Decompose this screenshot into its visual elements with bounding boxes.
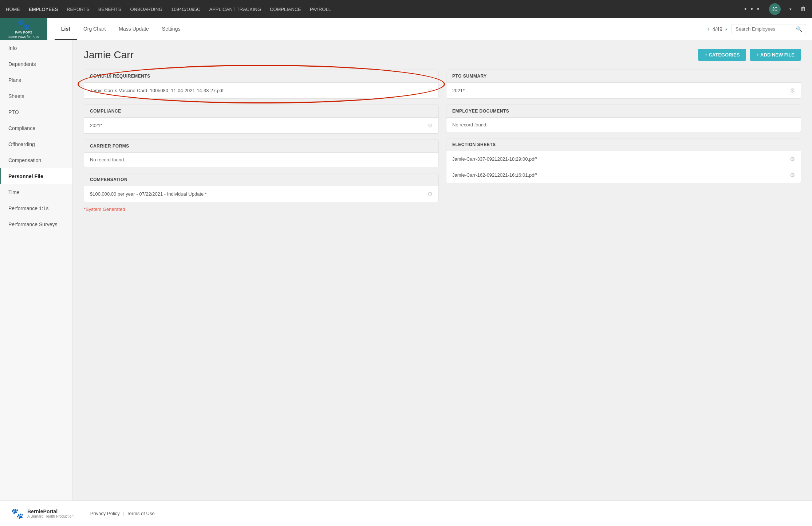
left-column: COVID-19 REQUIREMENTSJamie-Carr-s-Vaccin…	[84, 70, 439, 202]
section-header-covid: COVID-19 REQUIREMENTS	[84, 70, 438, 83]
sub-nav: 🐾 PAW POPS Some Paws for Pups ListOrg Ch…	[0, 18, 812, 40]
add-new-file-button[interactable]: + ADD NEW FILE	[750, 49, 801, 61]
section-header-carrier: CARRIER FORMS	[84, 140, 438, 153]
employee-name: Jamie Carr	[84, 49, 134, 61]
nav-item-payroll[interactable]: PAYROLL	[310, 7, 331, 12]
section-item: Jamie-Carr-337-09212021-18:29:00.pdf*⚙	[446, 151, 801, 167]
section-header-pto: PTO SUMMARY	[446, 70, 801, 83]
footer-links: Privacy Policy | Terms of Use	[90, 511, 155, 516]
sub-tab-org-chart[interactable]: Org Chart	[77, 19, 112, 40]
header-buttons: + CATEGORIES + ADD NEW FILE	[698, 49, 801, 61]
sidebar-item-performance-surveys[interactable]: Performance Surveys	[0, 216, 72, 232]
section-election-sheets: ELECTION SHEETSJamie-Carr-337-09212021-1…	[446, 138, 801, 183]
section-compensation: COMPENSATION$100,000.00 per year - 07/22…	[84, 173, 439, 202]
nav-item-reports[interactable]: REPORTS	[67, 7, 90, 12]
section-employee-docs: EMPLOYEE DOCUMENTSNo record found.	[446, 105, 801, 132]
footer-brand-name: BerniePortal	[27, 509, 74, 514]
section-item-text: Jamie-Carr-s-Vaccine-Card_1005080_11-04-…	[90, 88, 224, 93]
user-avatar[interactable]: JC	[769, 3, 781, 15]
employee-header: Jamie Carr + CATEGORIES + ADD NEW FILE	[84, 49, 801, 61]
footer-brand-sub: A Bernard Health Production	[27, 514, 74, 518]
sidebar-item-time[interactable]: Time	[0, 184, 72, 200]
sub-tabs: ListOrg ChartMass UpdateSettings	[47, 18, 194, 40]
section-header-election-sheets: ELECTION SHEETS	[446, 138, 801, 151]
section-item: Jamie-Carr-162-09212021-16:16:01.pdf*⚙	[446, 167, 801, 183]
main-content: Jamie Carr + CATEGORIES + ADD NEW FILE C…	[73, 40, 812, 501]
sidebar-item-plans[interactable]: Plans	[0, 72, 72, 88]
trash-icon[interactable]: 🗑	[800, 6, 806, 12]
privacy-policy-link[interactable]: Privacy Policy	[90, 511, 120, 516]
footer-separator: |	[123, 511, 124, 516]
section-header-compliance: COMPLIANCE	[84, 105, 438, 118]
gear-icon[interactable]: ⚙	[790, 172, 795, 178]
gear-icon[interactable]: ⚙	[790, 87, 795, 94]
nav-item-onboarding[interactable]: ONBOARDING	[130, 7, 162, 12]
section-covid: COVID-19 REQUIREMENTSJamie-Carr-s-Vaccin…	[84, 70, 439, 99]
sub-tab-list[interactable]: List	[55, 19, 77, 40]
nav-item-applicant-tracking[interactable]: APPLICANT TRACKING	[209, 7, 261, 12]
nav-item-benefits[interactable]: BENEFITS	[98, 7, 122, 12]
sub-tab-mass-update[interactable]: Mass Update	[112, 19, 155, 40]
gear-icon[interactable]: ⚙	[427, 191, 433, 197]
sidebar-item-dependents[interactable]: Dependents	[0, 56, 72, 72]
sidebar-item-sheets[interactable]: Sheets	[0, 88, 72, 104]
section-header-employee-docs: EMPLOYEE DOCUMENTS	[446, 105, 801, 118]
section-item: Jamie-Carr-s-Vaccine-Card_1005080_11-04-…	[84, 83, 438, 98]
avatar-chevron-icon[interactable]: ▾	[789, 7, 792, 12]
section-item-text: 2021*	[452, 88, 465, 93]
company-tagline: Some Paws for Pups	[8, 35, 39, 39]
nav-item-compliance[interactable]: COMPLIANCE	[270, 7, 301, 12]
sub-tab-settings[interactable]: Settings	[155, 19, 187, 40]
sections-grid: COVID-19 REQUIREMENTSJamie-Carr-s-Vaccin…	[84, 70, 801, 202]
gear-icon[interactable]: ⚙	[427, 87, 433, 94]
section-item-text: Jamie-Carr-162-09212021-16:16:01.pdf*	[452, 172, 537, 178]
section-item: 2021*⚙	[446, 83, 801, 98]
sidebar-item-offboarding[interactable]: Offboarding	[0, 136, 72, 152]
top-nav: (function(){ const d = JSON.parse(docume…	[0, 0, 812, 18]
footer-logo: 🐾 BerniePortal A Bernard Health Producti…	[11, 507, 74, 519]
sidebar-item-personnel-file[interactable]: Personnel File	[0, 168, 72, 184]
section-item-text: 2021*	[90, 123, 102, 128]
footer-brand: BerniePortal A Bernard Health Production	[27, 509, 74, 518]
search-input[interactable]	[736, 26, 794, 32]
company-name: PAW POPS	[8, 31, 39, 35]
right-column: PTO SUMMARY2021*⚙EMPLOYEE DOCUMENTSNo re…	[446, 70, 801, 202]
pagination: ‹ 4/49 ›	[707, 26, 732, 32]
paw-icon: 🐾	[8, 19, 39, 31]
terms-of-use-link[interactable]: Terms of Use	[127, 511, 155, 516]
gear-icon[interactable]: ⚙	[427, 122, 433, 129]
section-header-compensation: COMPENSATION	[84, 173, 438, 186]
no-record-carrier: No record found.	[84, 153, 438, 167]
next-page-button[interactable]: ›	[725, 26, 727, 32]
nav-item-home[interactable]: HOME	[6, 7, 20, 12]
nav-item-employees[interactable]: EMPLOYEES	[29, 7, 58, 12]
nav-more-dots[interactable]: • • •	[744, 5, 760, 13]
sidebar-item-compensation[interactable]: Compensation	[0, 152, 72, 168]
system-note: *System Generated	[84, 202, 801, 212]
section-item-text: Jamie-Carr-337-09212021-18:29:00.pdf*	[452, 156, 537, 162]
footer-logo-icon: 🐾	[11, 507, 24, 519]
prev-page-button[interactable]: ‹	[707, 26, 709, 32]
section-compliance: COMPLIANCE2021*⚙	[84, 105, 439, 134]
search-icon[interactable]: 🔍	[796, 26, 802, 32]
gear-icon[interactable]: ⚙	[790, 156, 795, 162]
footer: 🐾 BerniePortal A Bernard Health Producti…	[0, 501, 812, 526]
sidebar-item-compliance[interactable]: Compliance	[0, 120, 72, 136]
company-logo[interactable]: 🐾 PAW POPS Some Paws for Pups	[0, 18, 47, 40]
sidebar-item-performance-1:1s[interactable]: Performance 1:1s	[0, 200, 72, 216]
page-count: 4/49	[712, 26, 722, 32]
section-item-text: $100,000.00 per year - 07/22/2021 - Indi…	[90, 191, 207, 197]
sidebar-item-info[interactable]: Info	[0, 40, 72, 56]
no-record-employee-docs: No record found.	[446, 118, 801, 132]
main-layout: InfoDependentsPlansSheetsPTOComplianceOf…	[0, 40, 812, 501]
section-carrier: CARRIER FORMSNo record found.	[84, 140, 439, 167]
section-item: $100,000.00 per year - 07/22/2021 - Indi…	[84, 186, 438, 202]
search-box: 🔍	[732, 24, 806, 34]
sidebar: InfoDependentsPlansSheetsPTOComplianceOf…	[0, 40, 73, 501]
sidebar-item-pto[interactable]: PTO	[0, 104, 72, 120]
nav-item-1094c/1095c[interactable]: 1094C/1095C	[171, 7, 200, 12]
categories-button[interactable]: + CATEGORIES	[698, 49, 746, 61]
section-pto: PTO SUMMARY2021*⚙	[446, 70, 801, 99]
section-item: 2021*⚙	[84, 118, 438, 133]
